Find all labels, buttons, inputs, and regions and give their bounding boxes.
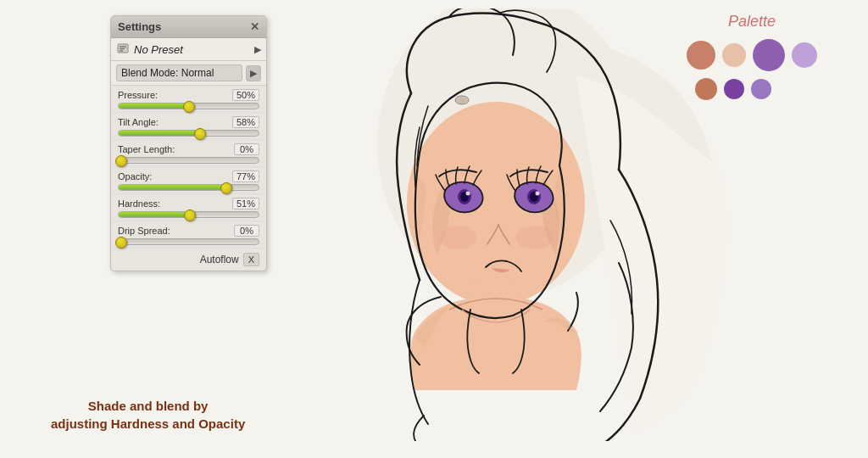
slider-row-drip-spread[interactable]: Drip Spread:0% — [111, 221, 266, 249]
slider-value-drip-spread: 0% — [234, 225, 259, 237]
settings-header: Settings ✕ — [111, 16, 266, 38]
slider-track-opacity[interactable] — [118, 184, 259, 191]
svg-point-11 — [466, 192, 470, 196]
slider-label-drip-spread: Drip Spread: — [118, 226, 170, 236]
slider-track-drip-spread[interactable] — [118, 238, 259, 245]
settings-panel: Settings ✕ No Preset ▶ Blend Mode: Norma… — [110, 15, 267, 271]
slider-label-hardness: Hardness: — [118, 198, 160, 209]
slider-label-pressure: Pressure: — [118, 90, 158, 100]
autoflow-row: Autoflow X — [111, 249, 266, 271]
slider-value-taper-length: 0% — [234, 143, 259, 155]
settings-title: Settings — [118, 20, 161, 33]
svg-point-7 — [439, 226, 476, 249]
slider-row-opacity[interactable]: Opacity:77% — [111, 167, 266, 194]
svg-point-8 — [515, 226, 553, 249]
slider-track-tilt-angle[interactable] — [118, 130, 259, 137]
slider-label-tilt-angle: Tilt Angle: — [118, 117, 159, 127]
slider-value-pressure: 50% — [232, 89, 259, 101]
slider-row-hardness[interactable]: Hardness:51% — [111, 194, 266, 221]
slider-thumb-opacity[interactable] — [220, 182, 232, 194]
settings-close-button[interactable]: ✕ — [250, 20, 259, 33]
preset-icon — [116, 42, 130, 56]
slider-thumb-tilt-angle[interactable] — [194, 128, 206, 140]
svg-point-16 — [459, 98, 465, 103]
blend-mode-arrow[interactable]: ▶ — [246, 65, 261, 81]
swatch-2[interactable] — [753, 39, 785, 71]
swatch-3[interactable] — [792, 42, 817, 68]
slider-thumb-taper-length[interactable] — [115, 155, 127, 167]
slider-track-pressure[interactable] — [118, 103, 259, 109]
slider-track-hardness[interactable] — [118, 211, 259, 218]
preset-label: No Preset — [134, 43, 254, 56]
caption-line1: Shade and blend by — [51, 397, 245, 415]
slider-track-taper-length[interactable] — [118, 157, 259, 164]
slider-value-tilt-angle: 58% — [232, 116, 259, 128]
blend-mode-row[interactable]: Blend Mode: Normal ▶ — [111, 61, 266, 86]
autoflow-button[interactable]: X — [243, 253, 259, 266]
slider-value-hardness: 51% — [232, 198, 259, 209]
preset-row[interactable]: No Preset ▶ — [111, 38, 266, 61]
slider-row-pressure[interactable]: Pressure:50% — [111, 86, 266, 113]
slider-thumb-hardness[interactable] — [184, 209, 196, 221]
slider-value-opacity: 77% — [232, 170, 259, 182]
slider-thumb-pressure[interactable] — [183, 101, 195, 113]
slider-thumb-drip-spread[interactable] — [115, 237, 127, 249]
slider-row-taper-length[interactable]: Taper Length:0% — [111, 140, 266, 167]
slider-label-taper-length: Taper Length: — [118, 144, 175, 154]
sliders-container: Pressure:50%Tilt Angle:58%Taper Length:0… — [111, 86, 266, 249]
illustration-area — [280, 8, 754, 441]
slider-label-opacity: Opacity: — [118, 171, 152, 182]
slider-row-tilt-angle[interactable]: Tilt Angle:58% — [111, 113, 266, 140]
svg-point-14 — [536, 192, 540, 196]
blend-mode-label: Blend Mode: Normal — [116, 64, 242, 81]
caption-line2: adjusting Hardness and Opacity — [51, 415, 245, 433]
autoflow-label: Autoflow — [200, 254, 239, 265]
preset-arrow: ▶ — [254, 44, 261, 55]
caption: Shade and blend by adjusting Hardness an… — [51, 397, 245, 433]
